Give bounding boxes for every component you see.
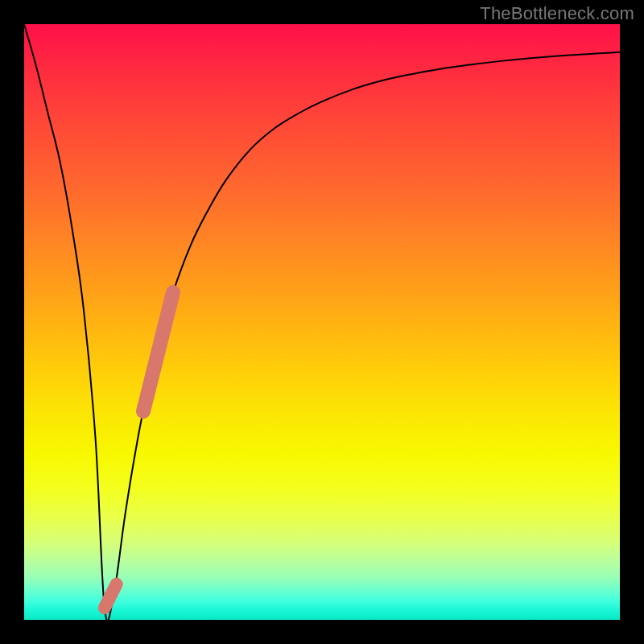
bottleneck-curve xyxy=(24,24,620,620)
chart-svg xyxy=(24,24,620,620)
highlight-segment xyxy=(143,292,173,411)
plot-area xyxy=(24,24,620,620)
chart-frame: TheBottleneck.com xyxy=(0,0,644,644)
highlight-hook xyxy=(105,584,117,609)
watermark-text: TheBottleneck.com xyxy=(480,3,634,24)
